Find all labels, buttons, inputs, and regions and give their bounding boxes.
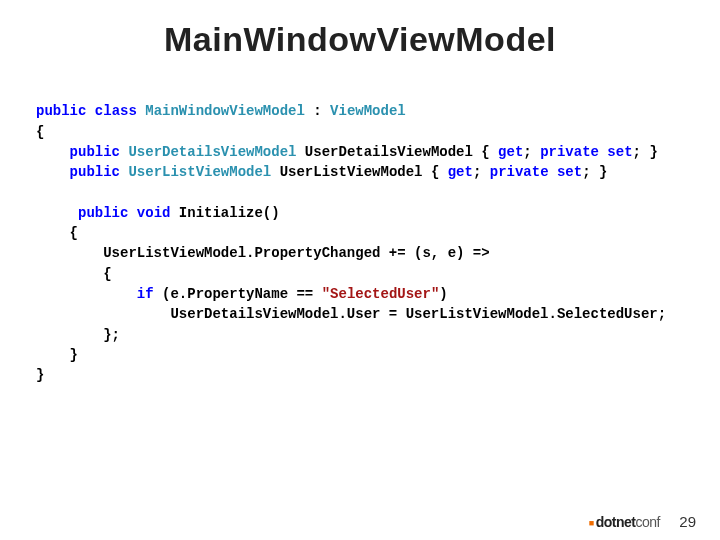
code-line: public void Initialize() (36, 205, 280, 221)
page-number: 29 (679, 513, 696, 530)
code-line: public class MainWindowViewModel : ViewM… (36, 103, 406, 119)
logo-suffix: conf (636, 514, 660, 530)
code-line: } (36, 367, 44, 383)
code-line: } (36, 347, 78, 363)
code-line: { (36, 225, 78, 241)
code-line: if (e.PropertyName == "SelectedUser") (36, 286, 448, 302)
logo-dot-icon: ■ (589, 518, 594, 528)
code-line: public UserDetailsViewModel UserDetailsV… (36, 144, 658, 160)
code-line: }; (36, 327, 120, 343)
code-line: public UserListViewModel UserListViewMod… (36, 164, 607, 180)
code-block: public class MainWindowViewModel : ViewM… (36, 81, 720, 385)
code-line: { (36, 124, 44, 140)
code-line: UserListViewModel.PropertyChanged += (s,… (36, 245, 490, 261)
footer-logo: ■dotnetconf (589, 514, 660, 530)
slide-title: MainWindowViewModel (0, 20, 720, 59)
code-line: UserDetailsViewModel.User = UserListView… (36, 306, 666, 322)
logo-brand: dotnet (596, 514, 636, 530)
code-line: { (36, 266, 112, 282)
